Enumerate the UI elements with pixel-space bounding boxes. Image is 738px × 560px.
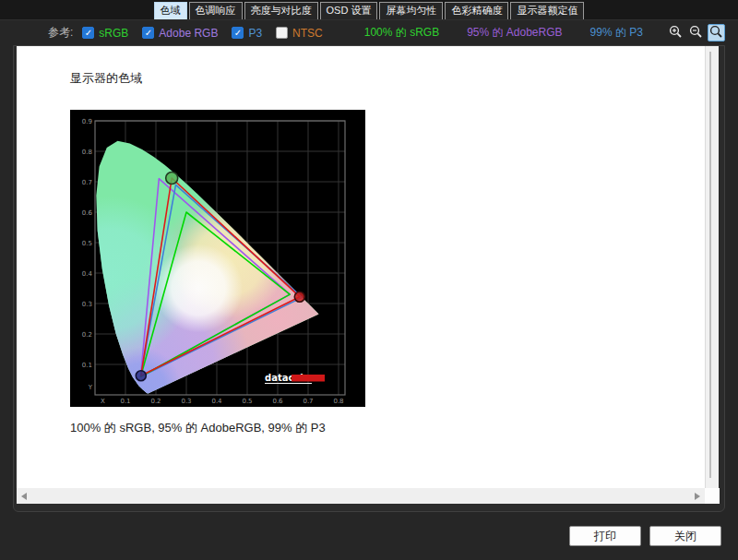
checkbox-P3[interactable]: ✓ <box>232 27 244 39</box>
tab-亮度与对比度[interactable]: 亮度与对比度 <box>244 2 318 19</box>
reference-checkbox-group: ✓sRGB✓Adobe RGB✓P3NTSC <box>82 27 336 40</box>
svg-text:0.7: 0.7 <box>82 179 92 186</box>
zoom-tools <box>667 24 725 42</box>
tab-显示器额定值[interactable]: 显示器额定值 <box>510 2 584 19</box>
coverage-value: 100% 的 sRGB <box>364 25 439 41</box>
svg-text:X: X <box>101 398 105 405</box>
svg-text:0.5: 0.5 <box>82 240 92 247</box>
coverage-value: 99% 的 P3 <box>590 25 643 41</box>
coverage-value: 95% 的 AdobeRGB <box>467 25 562 41</box>
reference-option-NTSC[interactable]: NTSC <box>276 27 323 40</box>
checkbox-label: NTSC <box>292 27 323 40</box>
document-page: 显示器的色域 0.10.20.30.40.50.60.70.80.10.20.3… <box>17 46 705 488</box>
svg-text:0.5: 0.5 <box>242 398 252 405</box>
svg-text:0.6: 0.6 <box>272 398 283 405</box>
checkbox-Adobe-RGB[interactable]: ✓ <box>142 27 154 39</box>
magnifier-icon <box>709 25 723 42</box>
reference-label: 参考: <box>48 25 73 41</box>
coverage-caption: 100% 的 sRGB, 95% 的 AdobeRGB, 99% 的 P3 <box>70 420 326 436</box>
zoom-in-icon <box>669 25 683 42</box>
tab-OSD 设置[interactable]: OSD 设置 <box>320 2 378 19</box>
checkbox-label: Adobe RGB <box>159 27 218 40</box>
reference-option-Adobe-RGB[interactable]: ✓Adobe RGB <box>142 27 218 40</box>
checkbox-NTSC[interactable] <box>276 27 288 39</box>
close-button[interactable]: 关闭 <box>649 526 721 546</box>
tab-屏幕均匀性[interactable]: 屏幕均匀性 <box>379 2 443 19</box>
svg-text:0.6: 0.6 <box>82 209 93 217</box>
gamut-chart: 0.10.20.30.40.50.60.70.80.10.20.30.40.50… <box>70 110 365 407</box>
svg-text:0.9: 0.9 <box>82 118 92 125</box>
svg-text:0.4: 0.4 <box>82 270 93 278</box>
horizontal-scrollbar[interactable] <box>17 488 705 504</box>
vertical-scrollbar[interactable] <box>705 46 719 504</box>
tab-bar: 色域色调响应亮度与对比度OSD 设置屏幕均匀性色彩精确度显示器额定值 <box>0 0 738 20</box>
svg-text:0.3: 0.3 <box>181 398 191 405</box>
svg-text:0.1: 0.1 <box>82 362 92 369</box>
svg-text:0.7: 0.7 <box>303 398 313 405</box>
checkbox-sRGB[interactable]: ✓ <box>82 27 94 39</box>
vertical-scrollbar-thumb[interactable] <box>709 52 711 478</box>
svg-text:0.8: 0.8 <box>333 398 343 405</box>
zoom-in-button[interactable] <box>667 24 684 42</box>
svg-text:0.2: 0.2 <box>82 331 92 339</box>
checkbox-label: sRGB <box>99 27 128 40</box>
svg-text:0.3: 0.3 <box>82 301 92 308</box>
svg-text:0.8: 0.8 <box>82 149 92 156</box>
svg-text:Y: Y <box>88 384 93 391</box>
svg-text:0.4: 0.4 <box>211 398 222 405</box>
reference-option-sRGB[interactable]: ✓sRGB <box>82 27 128 40</box>
cie-diagram-svg: 0.10.20.30.40.50.60.70.80.10.20.30.40.50… <box>70 110 365 407</box>
svg-text:0.1: 0.1 <box>120 398 130 405</box>
svg-text:0.2: 0.2 <box>150 398 161 405</box>
report-preview-panel: 显示器的色域 0.10.20.30.40.50.60.70.80.10.20.3… <box>13 45 725 512</box>
spyder-report-window: { "tabs": { "items": [ {"label": "色域", "… <box>0 0 738 560</box>
scroll-left-arrow-icon[interactable] <box>21 493 27 500</box>
tab-色调响应[interactable]: 色调响应 <box>189 2 243 19</box>
tab-色彩精确度[interactable]: 色彩精确度 <box>445 2 508 19</box>
zoom-reset-button[interactable] <box>708 24 725 42</box>
tab-色域[interactable]: 色域 <box>154 2 187 19</box>
page-title: 显示器的色域 <box>70 70 142 87</box>
scroll-right-arrow-icon[interactable] <box>695 493 700 500</box>
gamut-coverage-summary: 100% 的 sRGB95% 的 AdobeRGB99% 的 P3 <box>337 25 643 41</box>
zoom-out-button[interactable] <box>687 24 705 42</box>
reference-toolbar: 参考: ✓sRGB✓Adobe RGB✓P3NTSC 100% 的 sRGB95… <box>0 20 738 45</box>
scrollbar-corner <box>705 488 720 504</box>
checkbox-label: P3 <box>248 27 262 40</box>
reference-option-P3[interactable]: ✓P3 <box>232 27 262 40</box>
print-button[interactable]: 打印 <box>569 526 641 546</box>
zoom-out-icon <box>689 25 703 42</box>
